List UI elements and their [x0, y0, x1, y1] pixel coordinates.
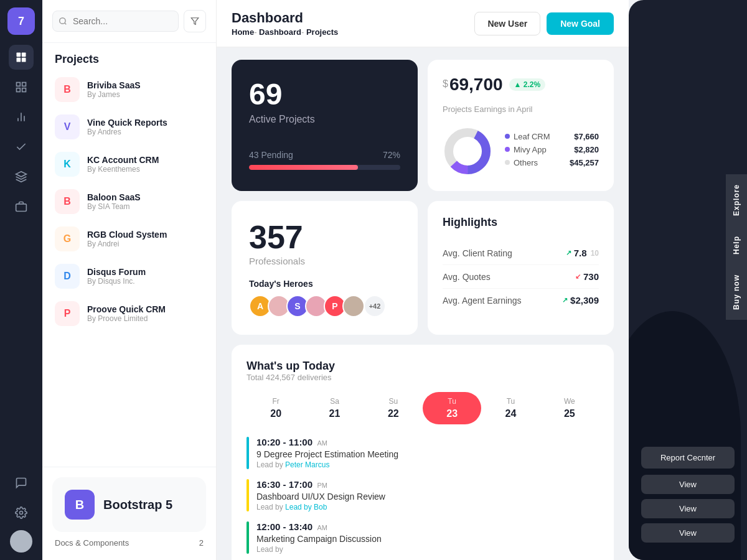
event-lead-link[interactable]: Peter Marcus	[285, 460, 329, 469]
schedule-card: What's up Today Total 424,567 deliveries…	[232, 345, 614, 560]
legend-value: $45,257	[570, 158, 599, 167]
progress-bar	[249, 165, 400, 170]
nav-icon-briefcase[interactable]	[9, 194, 34, 219]
project-item-baloon[interactable]: B Baloon SaaS By SIA Team	[47, 183, 211, 220]
professionals-label: Professionals	[249, 256, 400, 266]
view-button[interactable]: View	[641, 475, 735, 494]
header: Dashboard Home- Dashboard- Projects New …	[217, 0, 629, 47]
project-item-rgb[interactable]: G RGB Cloud System By Andrei	[47, 220, 211, 258]
sidebar: Projects B Briviba SaaS By James V Vine …	[42, 0, 217, 560]
earnings-badge: ▲ 2.2%	[509, 78, 546, 91]
pending-percent: 72%	[383, 150, 400, 160]
right-panel-tab[interactable]: Explore	[726, 174, 747, 226]
nav-bottom	[9, 470, 34, 553]
event-time: 10:20 - 11:00 AM	[256, 437, 599, 448]
svg-rect-3	[22, 58, 26, 62]
project-by: By Proove Limited	[87, 314, 204, 323]
nav-rail: 7	[0, 0, 42, 560]
project-item-proove[interactable]: P Proove Quick CRM By Proove Limited	[47, 295, 211, 332]
docs-count: 2	[199, 538, 204, 548]
legend-dot	[505, 160, 510, 165]
header-actions: New User New Goal	[474, 12, 614, 35]
nav-icon-settings[interactable]	[9, 500, 34, 525]
project-info: Proove Quick CRM By Proove Limited	[87, 304, 204, 323]
project-info: Vine Quick Reports By Andres	[87, 118, 204, 136]
legend-label: Mivy App	[505, 145, 547, 154]
nav-user-avatar[interactable]	[10, 530, 32, 553]
nav-icon-dashboard[interactable]	[9, 45, 34, 70]
docs-link[interactable]: Docs & Components 2	[52, 532, 206, 550]
project-icon: B	[55, 77, 80, 102]
highlight-name: Avg. Client Rating	[443, 248, 512, 258]
search-input[interactable]	[52, 11, 179, 32]
earnings-chart: Leaf CRM $7,660 Mivy App $2,820 Others $…	[443, 126, 599, 176]
highlight-row: Avg. Client Rating ↗ 7.810	[443, 241, 599, 265]
right-panel-bottom: Report Cecnter ViewViewView	[629, 434, 747, 560]
view-button[interactable]: View	[641, 499, 735, 518]
schedule-event: 12:00 - 13:40 AM Marketing Campaign Disc…	[247, 521, 599, 554]
legend-dot	[505, 147, 510, 152]
new-goal-button[interactable]: New Goal	[547, 12, 614, 35]
view-button[interactable]: View	[641, 523, 735, 543]
project-icon: V	[55, 114, 80, 139]
event-ampm: PM	[317, 482, 328, 489]
legend-value: $2,820	[574, 145, 599, 154]
cal-day[interactable]: Tu 24	[481, 392, 540, 424]
mid-row: 357 Professionals Today's Heroes ASP+42 …	[232, 201, 614, 335]
nav-icon-chart[interactable]	[9, 105, 34, 129]
cal-day[interactable]: Tu 23	[423, 392, 481, 424]
event-time-text: 10:20 - 11:00	[256, 437, 312, 447]
nav-icon-check[interactable]	[9, 134, 34, 159]
calendar-row: Fr 20 Sa 21 Su 22 Tu 23 Tu 24 We 25	[247, 392, 599, 424]
project-item-briviba[interactable]: B Briviba SaaS By James	[47, 71, 211, 108]
cal-day[interactable]: Fr 20	[247, 392, 305, 424]
event-title: Dashboard UI/UX Design Review	[256, 492, 599, 502]
breadcrumb-dashboard[interactable]: Dashboard	[259, 27, 301, 37]
search-icon	[59, 17, 67, 26]
project-item-disqus[interactable]: D Disqus Forum By Disqus Inc.	[47, 258, 211, 295]
earnings-card: $ 69,700 ▲ 2.2% Projects Earnings in Apr…	[428, 60, 614, 191]
project-name: Baloon SaaS	[87, 192, 204, 202]
breadcrumb-active: Projects	[306, 27, 338, 37]
new-user-button[interactable]: New User	[474, 12, 540, 35]
nav-icon-layers[interactable]	[9, 164, 34, 189]
cal-day-name: Su	[367, 397, 420, 406]
earnings-top: $ 69,700 ▲ 2.2%	[443, 75, 599, 95]
event-time-text: 12:00 - 13:40	[256, 521, 312, 532]
project-info: Baloon SaaS By SIA Team	[87, 192, 204, 211]
event-lead-link[interactable]: Lead by Bob	[285, 503, 327, 511]
project-item-kc[interactable]: K KC Account CRM By Keenthemes	[47, 146, 211, 183]
breadcrumb-home[interactable]: Home	[232, 27, 254, 37]
docs-label: Docs & Components	[55, 538, 129, 548]
event-lead: Lead by Peter Marcus	[256, 460, 599, 469]
project-by: By Keenthemes	[87, 165, 204, 174]
project-icon: P	[55, 301, 80, 326]
right-panel-tabs: ExploreHelpBuy now	[726, 174, 747, 320]
earnings-amount-wrap: $ 69,700	[443, 75, 503, 95]
project-item-vine[interactable]: V Vine Quick Reports By Andres	[47, 108, 211, 146]
nav-icon-grid[interactable]	[9, 75, 34, 100]
report-center-button[interactable]: Report Cecnter	[641, 447, 735, 469]
cal-day[interactable]: We 25	[540, 392, 599, 424]
cal-day[interactable]: Sa 21	[305, 392, 364, 424]
sidebar-title: Projects	[42, 43, 216, 71]
bootstrap-card: B Bootstrap 5	[52, 477, 206, 532]
filter-button[interactable]	[184, 10, 206, 32]
nav-icon-message[interactable]	[9, 470, 34, 495]
project-icon: K	[55, 152, 80, 177]
heroes-title: Today's Heroes	[249, 279, 400, 289]
highlight-value: ↗ $2,309	[562, 295, 599, 306]
project-by: By Andrei	[87, 240, 204, 248]
project-name: Proove Quick CRM	[87, 304, 204, 314]
pending-count: 43 Pending	[249, 150, 293, 160]
cal-day[interactable]: Su 22	[364, 392, 423, 424]
project-name: Disqus Forum	[87, 267, 204, 277]
highlight-value: ↗ 7.810	[566, 248, 599, 258]
right-panel-tab[interactable]: Help	[726, 226, 747, 264]
right-panel-tab[interactable]: Buy now	[726, 264, 747, 320]
pending-label: 43 Pending 72%	[249, 150, 400, 160]
project-icon: D	[55, 264, 80, 289]
project-by: By Andres	[87, 128, 204, 136]
nav-avatar[interactable]: 7	[7, 7, 35, 35]
professionals-card: 357 Professionals Today's Heroes ASP+42	[232, 201, 418, 335]
